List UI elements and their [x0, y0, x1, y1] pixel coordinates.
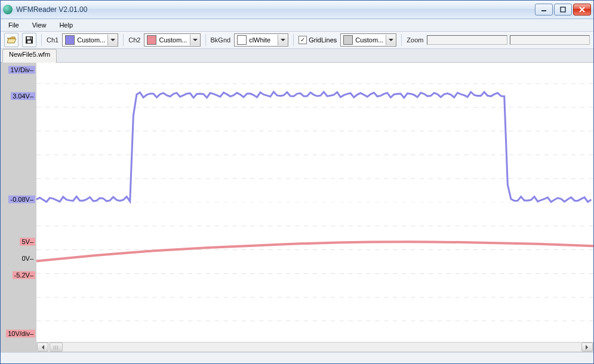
toolbar-separator	[401, 34, 402, 46]
close-button[interactable]	[573, 4, 591, 16]
toolbar-separator	[41, 34, 42, 46]
window-controls	[535, 4, 591, 16]
gridlines-label: GridLines	[309, 36, 337, 44]
chart-panel: 1V/Div–3.04V–-0.08V–5V–0V–-5.2V–10V/div–	[1, 63, 593, 352]
scroll-track[interactable]	[36, 342, 593, 352]
ch1-label: Ch1	[47, 36, 59, 44]
title-bar: WFMReader V2.01.00	[1, 1, 593, 19]
app-icon	[3, 5, 13, 14]
folder-open-icon	[7, 35, 16, 45]
open-button[interactable]	[4, 33, 19, 47]
bkgnd-color-text: clWhite	[249, 36, 278, 44]
toolbar-separator	[293, 34, 294, 46]
menu-view[interactable]: View	[27, 20, 52, 30]
menu-help[interactable]: Help	[54, 20, 78, 30]
chevron-down-icon	[386, 35, 396, 45]
app-window: WFMReader V2.01.00 File View Help	[0, 0, 594, 364]
ch2-color-combo[interactable]: Custom...	[144, 33, 200, 47]
minimize-button[interactable]	[535, 4, 553, 16]
svg-rect-1	[561, 7, 565, 12]
axis-label: 5V–	[20, 237, 35, 245]
svg-rect-9	[30, 37, 31, 39]
horizontal-scrollbar	[1, 342, 593, 352]
ch2-color-text: Custom...	[159, 36, 189, 44]
bkgnd-color-combo[interactable]: clWhite	[234, 33, 288, 47]
checkbox-icon	[298, 36, 307, 44]
scroll-spacer	[1, 342, 36, 352]
axis-label: 3.04V–	[11, 92, 35, 100]
axis-label: 10V/div–	[6, 329, 35, 337]
bkgnd-color-swatch	[237, 35, 247, 45]
tab-strip: NewFile5.wfm	[1, 49, 593, 63]
grid-color-text: Custom...	[355, 36, 386, 44]
axis-label: 1V/Div–	[8, 66, 35, 73]
menu-bar: File View Help	[1, 19, 593, 32]
maximize-button[interactable]	[554, 4, 572, 16]
zoom-label: Zoom	[407, 36, 423, 44]
chevron-down-icon	[107, 35, 118, 45]
toolbar-separator	[123, 34, 124, 46]
ch2-color-swatch	[147, 35, 156, 45]
y-axis-gutter: 1V/Div–3.04V–-0.08V–5V–0V–-5.2V–10V/div–	[1, 63, 36, 342]
bkgnd-label: BkGnd	[211, 36, 231, 44]
plot-area[interactable]	[36, 63, 593, 342]
status-bar	[1, 352, 593, 363]
floppy-save-icon	[24, 35, 34, 45]
ch1-color-text: Custom...	[77, 36, 107, 44]
scroll-left-button[interactable]	[37, 343, 48, 351]
ch2-label: Ch2	[128, 36, 140, 44]
toolbar-separator	[205, 34, 206, 46]
tab-file[interactable]: NewFile5.wfm	[2, 49, 57, 63]
chart-row: 1V/Div–3.04V–-0.08V–5V–0V–-5.2V–10V/div–	[1, 63, 593, 342]
scroll-right-button[interactable]	[581, 343, 593, 351]
grid-color-swatch	[343, 35, 353, 45]
ch1-color-combo[interactable]: Custom...	[62, 33, 118, 47]
zoom-range-left[interactable]	[427, 35, 507, 45]
gridlines-checkbox[interactable]: GridLines	[298, 36, 337, 44]
chevron-down-icon	[190, 35, 200, 45]
scroll-thumb[interactable]	[50, 343, 63, 351]
axis-label: -5.2V–	[13, 271, 35, 279]
axis-label: 0V–	[20, 254, 35, 262]
toolbar: Ch1 Custom... Ch2 Custom... BkGnd clWhit…	[1, 32, 593, 49]
svg-rect-8	[27, 41, 31, 43]
menu-file[interactable]: File	[3, 20, 24, 30]
grid-color-combo[interactable]: Custom...	[340, 33, 396, 47]
axis-label: -0.08V–	[8, 196, 35, 203]
zoom-range-right[interactable]	[510, 35, 590, 45]
svg-marker-5	[7, 39, 16, 43]
plot-svg	[36, 63, 593, 342]
ch1-color-swatch	[65, 35, 75, 45]
window-title: WFMReader V2.01.00	[16, 5, 535, 14]
save-button[interactable]	[22, 33, 36, 47]
chevron-down-icon	[278, 35, 288, 45]
zoom-range	[427, 35, 590, 45]
